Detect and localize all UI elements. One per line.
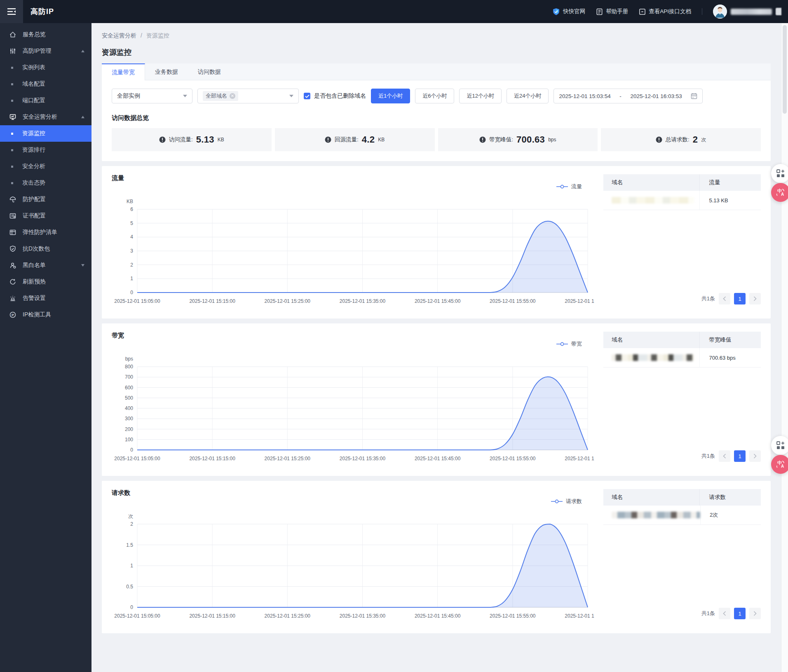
table-row[interactable]: 2次 (603, 506, 761, 525)
sidebar-item-domain-config[interactable]: 域名配置 (0, 76, 91, 92)
username-redacted (731, 9, 772, 15)
stat-bandwidth-peak: 带宽峰值: 700.63 bps (438, 128, 598, 151)
include-deleted-label[interactable]: 是否包含已删除域名 (314, 92, 366, 100)
range-12h-button[interactable]: 近12个小时 (459, 89, 501, 103)
sidebar-nav: 服务总览高防IP管理实例列表域名配置端口配置安全运营分析资源监控资源排行安全分析… (0, 23, 91, 672)
help-manual-link[interactable]: 帮助手册 (596, 8, 628, 15)
next-page-button[interactable] (749, 293, 761, 304)
sidebar-item-elastic-protection-list[interactable]: 弹性防护清单 (0, 224, 91, 241)
sidebar-item-ip-detect-tool[interactable]: IPIP检测工具 (0, 307, 91, 323)
traffic-line-chart[interactable]: 2025-12-01 15:05:002025-12-01 15:15:0020… (112, 191, 594, 309)
range-6h-button[interactable]: 近6个小时 (415, 89, 454, 103)
brand-shield-icon (552, 8, 560, 16)
requests-line-chart[interactable]: 2025-12-01 15:05:002025-12-01 15:15:0020… (112, 506, 594, 623)
sidebar-item-resource-rank[interactable]: 资源排行 (0, 142, 91, 158)
info-icon (656, 136, 662, 143)
current-page-button[interactable]: 1 (734, 293, 746, 304)
svg-text:200: 200 (125, 426, 133, 432)
sidebar-item-certificate-config[interactable]: 证书配置 (0, 208, 91, 224)
legend-traffic[interactable]: 流量 (112, 183, 582, 190)
prev-page-button[interactable] (719, 608, 730, 619)
pagination: 共1条 1 (603, 293, 761, 310)
next-page-button[interactable] (749, 450, 761, 462)
api-doc-link[interactable]: 查看API接口文档 (639, 8, 691, 15)
user-caret-redacted (776, 8, 781, 15)
tab-access-data[interactable]: 访问数据 (188, 63, 231, 80)
chevron-down-icon (183, 95, 187, 97)
range-1h-button[interactable]: 近1个小时 (371, 89, 410, 103)
main-content: 安全运营分析/资源监控 资源监控 流量带宽 业务数据 访问数据 全部实例 全部域… (91, 23, 781, 644)
ip-tool-icon: IP (9, 311, 17, 319)
tag-close-icon[interactable]: ✕ (230, 93, 235, 99)
prev-page-button[interactable] (719, 293, 730, 304)
screenshot-extension-button[interactable] (771, 164, 788, 183)
sidebar-item-black-white-list[interactable]: 黑白名单 (0, 257, 91, 274)
translate-icon: 中 A (776, 187, 786, 197)
traffic-chart-card: 流量 流量 2025-12-01 15:05:002025-12-01 15:1… (102, 166, 771, 318)
scrollbar-thumb[interactable] (783, 25, 787, 114)
breadcrumb-parent[interactable]: 安全运营分析 (102, 32, 136, 39)
svg-text:2: 2 (130, 521, 133, 527)
include-deleted-checkbox[interactable] (304, 93, 310, 99)
sidebar-item-security-operation-analysis[interactable]: 安全运营分析 (0, 109, 91, 125)
date-range-picker[interactable]: 2025-12-01 15:03:54 - 2025-12-01 16:03:5… (553, 89, 703, 103)
svg-text:2025-12-01 15:25:00: 2025-12-01 15:25:00 (265, 613, 311, 619)
svg-text:2025-12-01 15:55:00: 2025-12-01 15:55:00 (490, 298, 536, 304)
collapse-sidebar-button[interactable] (0, 0, 23, 23)
page-scrollbar[interactable] (781, 23, 788, 672)
user-menu[interactable] (713, 5, 781, 19)
legend-requests[interactable]: 请求数 (112, 498, 582, 505)
translate-extension-button[interactable]: 中 A (771, 183, 788, 202)
sidebar-item-resource-monitor[interactable]: 资源监控 (0, 125, 91, 142)
legend-bandwidth[interactable]: 带宽 (112, 340, 582, 348)
svg-text:2025-12-01 15:45:00: 2025-12-01 15:45:00 (415, 613, 461, 619)
tab-bar: 流量带宽 业务数据 访问数据 (102, 63, 771, 80)
capture-grid-icon (776, 441, 785, 450)
bullet-icon (11, 166, 13, 168)
bullet-icon (11, 149, 13, 151)
current-page-button[interactable]: 1 (734, 450, 746, 462)
svg-text:KB: KB (127, 199, 133, 204)
sliders-icon (9, 47, 17, 55)
screenshot-extension-button[interactable] (771, 436, 788, 455)
requests-chart-card: 请求数 请求数 2025-12-01 15:05:002025-12-01 15… (102, 481, 771, 633)
sidebar-item-refresh-preheat[interactable]: 刷新预热 (0, 274, 91, 290)
breadcrumb: 安全运营分析/资源监控 (102, 32, 771, 40)
bandwidth-chart-card: 带宽 带宽 2025-12-01 15:05:002025-12-01 15:1… (102, 323, 771, 476)
next-page-button[interactable] (749, 608, 761, 619)
svg-text:2025-12-01 16:05:00: 2025-12-01 16:05:00 (565, 298, 594, 304)
product-logo: 高防IP (30, 7, 54, 16)
range-24h-button[interactable]: 近24个小时 (507, 89, 549, 103)
shield-icon (9, 245, 17, 253)
stat-access-traffic: 访问流量: 5.13 KB (112, 128, 272, 151)
date-start: 2025-12-01 15:03:54 (559, 93, 610, 99)
sidebar-item-ip-management[interactable]: 高防IP管理 (0, 43, 91, 59)
table-row[interactable]: 5.13 KB (603, 191, 761, 210)
sidebar-item-instance-list[interactable]: 实例列表 (0, 59, 91, 76)
calendar-icon (691, 93, 697, 99)
bandwidth-line-chart[interactable]: 2025-12-01 15:05:002025-12-01 15:15:0020… (112, 349, 594, 466)
current-page-button[interactable]: 1 (734, 608, 746, 619)
prev-page-button[interactable] (719, 450, 730, 462)
tab-business-data[interactable]: 业务数据 (145, 63, 188, 80)
official-site-link[interactable]: 快快官网 (552, 8, 585, 16)
svg-text:5: 5 (130, 220, 133, 226)
user-icon (9, 261, 17, 269)
sidebar-item-port-config[interactable]: 端口配置 (0, 92, 91, 109)
sidebar-item-security-analysis[interactable]: 安全分析 (0, 158, 91, 175)
table-row[interactable]: 700.63 bps (603, 348, 761, 368)
domain-select[interactable]: 全部域名 ✕ (197, 89, 299, 103)
svg-text:2025-12-01 15:05:00: 2025-12-01 15:05:00 (114, 456, 160, 461)
sidebar-item-protection-config[interactable]: 防护配置 (0, 191, 91, 208)
tab-traffic-bandwidth[interactable]: 流量带宽 (102, 63, 145, 80)
sidebar-item-attack-posture[interactable]: 攻击态势 (0, 175, 91, 191)
svg-text:2025-12-01 15:25:00: 2025-12-01 15:25:00 (265, 456, 311, 461)
sidebar-item-anti-ddos-package[interactable]: 抗D次数包 (0, 241, 91, 257)
instance-select[interactable]: 全部实例 (112, 89, 192, 103)
sidebar-item-alarm-settings[interactable]: 告警设置 (0, 290, 91, 307)
svg-text:2025-12-01 15:35:00: 2025-12-01 15:35:00 (340, 456, 386, 461)
chevron-left-icon (723, 454, 726, 459)
svg-text:800: 800 (125, 364, 133, 370)
translate-extension-button[interactable]: 中 A (771, 455, 788, 474)
sidebar-item-service-overview[interactable]: 服务总览 (0, 26, 91, 43)
